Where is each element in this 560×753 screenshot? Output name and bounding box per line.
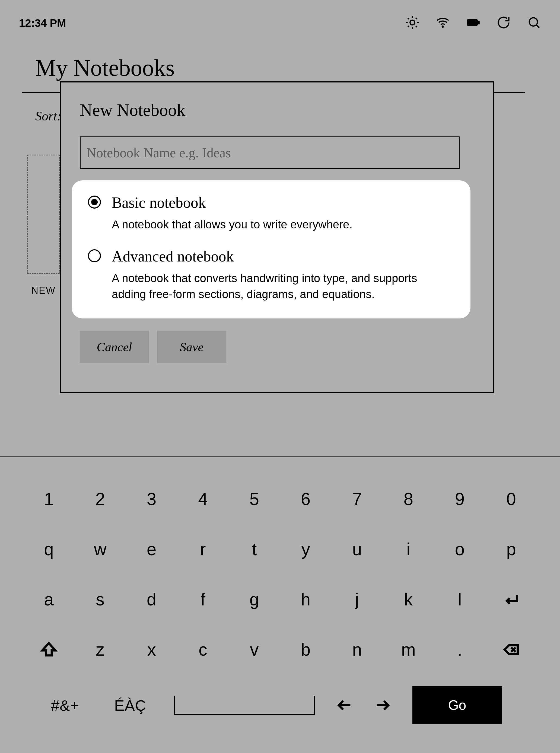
status-icons bbox=[405, 16, 541, 30]
option-basic-desc: A notebook that allows you to write ever… bbox=[112, 217, 454, 233]
key-shift[interactable] bbox=[33, 636, 65, 663]
key-q[interactable]: q bbox=[33, 536, 65, 563]
option-advanced-desc: A notebook that converts handwriting int… bbox=[112, 270, 454, 302]
option-advanced-title: Advanced notebook bbox=[112, 248, 454, 265]
svg-line-4 bbox=[416, 26, 417, 27]
key-c[interactable]: c bbox=[187, 636, 219, 663]
key-k[interactable]: k bbox=[392, 586, 425, 613]
key-return[interactable] bbox=[495, 586, 527, 613]
key-i[interactable]: i bbox=[392, 536, 425, 563]
sort-label[interactable]: Sort: bbox=[35, 108, 61, 123]
key-p[interactable]: p bbox=[495, 536, 527, 563]
key-v[interactable]: v bbox=[238, 636, 271, 663]
key-y[interactable]: y bbox=[289, 536, 322, 563]
key-6[interactable]: 6 bbox=[289, 486, 322, 513]
save-button[interactable]: Save bbox=[157, 331, 226, 363]
clock: 12:34 PM bbox=[19, 17, 66, 29]
key-1[interactable]: 1 bbox=[33, 486, 65, 513]
key-symbols[interactable]: #&+ bbox=[33, 692, 98, 719]
key-h[interactable]: h bbox=[289, 586, 322, 613]
wifi-icon[interactable] bbox=[436, 16, 450, 30]
new-notebook-tile[interactable] bbox=[27, 155, 60, 274]
keyboard-row-5: #&+ ÉÀÇ Go bbox=[33, 686, 527, 724]
notebook-name-input[interactable] bbox=[80, 137, 460, 169]
keyboard-row-1: 1 2 3 4 5 6 7 8 9 0 bbox=[33, 486, 527, 513]
page-title: My Notebooks bbox=[35, 54, 175, 81]
key-o[interactable]: o bbox=[444, 536, 476, 563]
key-f[interactable]: f bbox=[187, 586, 219, 613]
keyboard-row-2: q w e r t y u i o p bbox=[33, 536, 527, 563]
keyboard-divider bbox=[0, 456, 560, 456]
key-9[interactable]: 9 bbox=[444, 486, 476, 513]
status-bar: 12:34 PM bbox=[0, 0, 560, 46]
key-arrow-left[interactable] bbox=[325, 692, 364, 719]
key-z[interactable]: z bbox=[84, 636, 116, 663]
svg-point-0 bbox=[410, 20, 415, 25]
key-m[interactable]: m bbox=[392, 636, 425, 663]
svg-point-13 bbox=[529, 18, 538, 26]
svg-line-8 bbox=[416, 18, 417, 19]
radio-basic[interactable] bbox=[88, 196, 101, 209]
keyboard-row-3: a s d f g h j k l bbox=[33, 586, 527, 613]
key-t[interactable]: t bbox=[238, 536, 271, 563]
search-icon[interactable] bbox=[527, 16, 541, 30]
svg-line-14 bbox=[536, 25, 539, 28]
key-e[interactable]: e bbox=[135, 536, 168, 563]
key-4[interactable]: 4 bbox=[187, 486, 219, 513]
keyboard-row-4: z x c v b n m . bbox=[33, 636, 527, 663]
svg-point-9 bbox=[442, 26, 443, 27]
sync-icon[interactable] bbox=[497, 16, 511, 30]
svg-rect-12 bbox=[478, 21, 479, 24]
option-basic[interactable]: Basic notebook A notebook that allows yo… bbox=[88, 194, 454, 233]
key-period[interactable]: . bbox=[444, 636, 476, 663]
new-notebook-modal: New Notebook Basic notebook A notebook t… bbox=[60, 81, 494, 393]
key-r[interactable]: r bbox=[187, 536, 219, 563]
key-l[interactable]: l bbox=[444, 586, 476, 613]
svg-rect-11 bbox=[468, 21, 476, 24]
on-screen-keyboard: 1 2 3 4 5 6 7 8 9 0 q w e r t y u i o p … bbox=[0, 477, 560, 753]
modal-title: New Notebook bbox=[80, 100, 474, 120]
option-basic-title: Basic notebook bbox=[112, 194, 454, 211]
key-d[interactable]: d bbox=[135, 586, 168, 613]
key-u[interactable]: u bbox=[341, 536, 373, 563]
option-advanced[interactable]: Advanced notebook A notebook that conver… bbox=[88, 248, 454, 302]
key-7[interactable]: 7 bbox=[341, 486, 373, 513]
key-s[interactable]: s bbox=[84, 586, 116, 613]
brightness-icon[interactable] bbox=[405, 16, 419, 30]
key-arrow-right[interactable] bbox=[364, 692, 402, 719]
cancel-button[interactable]: Cancel bbox=[80, 331, 149, 363]
new-notebook-tile-label: NEW bbox=[31, 285, 56, 296]
key-space[interactable] bbox=[174, 696, 315, 715]
notebook-type-options: Basic notebook A notebook that allows yo… bbox=[72, 180, 471, 319]
key-0[interactable]: 0 bbox=[495, 486, 527, 513]
key-5[interactable]: 5 bbox=[238, 486, 271, 513]
svg-line-3 bbox=[408, 18, 409, 19]
key-w[interactable]: w bbox=[84, 536, 116, 563]
key-go[interactable]: Go bbox=[413, 686, 502, 724]
key-2[interactable]: 2 bbox=[84, 486, 116, 513]
key-x[interactable]: x bbox=[135, 636, 168, 663]
key-a[interactable]: a bbox=[33, 586, 65, 613]
battery-icon[interactable] bbox=[466, 16, 480, 30]
key-j[interactable]: j bbox=[341, 586, 373, 613]
key-b[interactable]: b bbox=[289, 636, 322, 663]
key-n[interactable]: n bbox=[341, 636, 373, 663]
key-backspace[interactable] bbox=[495, 636, 527, 663]
key-accents[interactable]: ÉÀÇ bbox=[98, 692, 163, 719]
key-8[interactable]: 8 bbox=[392, 486, 425, 513]
svg-line-7 bbox=[408, 26, 409, 27]
radio-advanced[interactable] bbox=[88, 249, 101, 262]
key-3[interactable]: 3 bbox=[135, 486, 168, 513]
key-g[interactable]: g bbox=[238, 586, 271, 613]
